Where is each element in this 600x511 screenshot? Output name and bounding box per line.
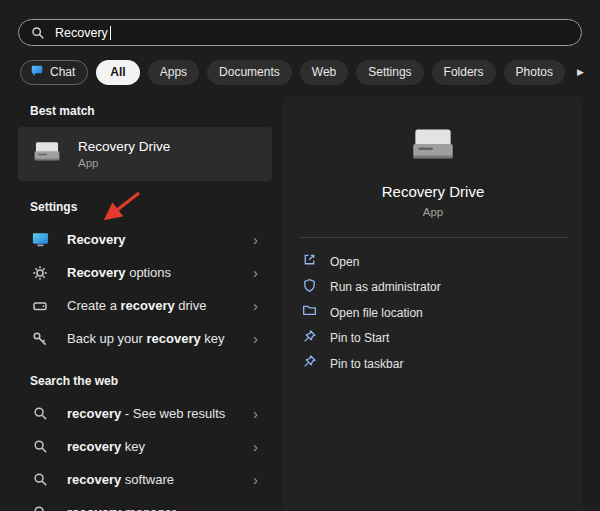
action-run-as-administrator[interactable]: Run as administrator: [283, 275, 583, 301]
settings-item-create-recovery-drive[interactable]: Create a recovery drive ›: [18, 289, 272, 322]
preview-pane: Recovery Drive App Open Run as administr…: [283, 96, 583, 511]
search-icon: [30, 505, 50, 511]
tab-folders[interactable]: Folders: [432, 60, 496, 85]
search-web-heading: Search the web: [30, 374, 272, 388]
folder-icon: [302, 303, 317, 322]
chevron-right-icon: ›: [253, 406, 266, 421]
search-icon: [31, 26, 45, 40]
windows-search-panel: Recovery Chat All Apps Documents Web Set…: [0, 0, 600, 511]
settings-heading: Settings: [30, 200, 272, 214]
pin-icon: [302, 329, 317, 348]
chevron-right-icon: ›: [253, 331, 266, 346]
tab-settings[interactable]: Settings: [356, 60, 423, 85]
chevron-right-icon: ›: [253, 439, 266, 454]
best-match-item[interactable]: Recovery Drive App: [18, 127, 272, 181]
best-match-subtitle: App: [78, 157, 170, 169]
action-pin-to-start[interactable]: Pin to Start: [283, 326, 583, 352]
pin-icon: [302, 354, 317, 373]
web-suggestion-recovery-key[interactable]: recovery key ›: [18, 430, 272, 463]
web-suggestion-recovery-manager[interactable]: recovery manager ›: [18, 496, 272, 511]
search-icon: [30, 439, 50, 454]
key-icon: [30, 331, 50, 347]
chevron-right-icon: ›: [253, 232, 266, 247]
tab-photos[interactable]: Photos: [504, 60, 565, 85]
filter-tabs: Chat All Apps Documents Web Settings Fol…: [20, 59, 588, 85]
tab-documents[interactable]: Documents: [207, 60, 292, 85]
settings-item-backup-recovery-key[interactable]: Back up your recovery key ›: [18, 322, 272, 355]
action-open-file-location[interactable]: Open file location: [283, 300, 583, 326]
text-caret: [110, 26, 111, 40]
settings-item-recovery-options[interactable]: Recovery options ›: [18, 256, 272, 289]
chevron-right-icon: ›: [253, 472, 266, 487]
more-options-button[interactable]: •••: [596, 64, 600, 80]
best-match-heading: Best match: [30, 104, 272, 118]
preview-title: Recovery Drive: [283, 183, 583, 200]
tab-all[interactable]: All: [96, 60, 139, 85]
chevron-right-icon: ›: [253, 505, 266, 511]
chevron-right-icon: ›: [253, 298, 266, 313]
preview-subtitle: App: [283, 206, 583, 218]
drive-icon-large: [283, 96, 583, 166]
open-icon: [302, 252, 317, 271]
action-open[interactable]: Open: [283, 249, 583, 275]
search-icon: [30, 406, 50, 421]
web-suggestion-recovery-software[interactable]: recovery software ›: [18, 463, 272, 496]
search-text: Recovery: [55, 26, 108, 40]
tab-web[interactable]: Web: [300, 60, 348, 85]
search-input[interactable]: Recovery: [18, 19, 582, 46]
results-list: Best match Recovery Drive App Settings R…: [18, 96, 272, 511]
best-match-title: Recovery Drive: [78, 139, 170, 154]
scroll-tabs-button[interactable]: ▶: [573, 65, 588, 79]
drive-small-icon: [30, 298, 50, 314]
settings-item-recovery[interactable]: Recovery ›: [18, 223, 272, 256]
tab-chat-label: Chat: [50, 65, 75, 79]
drive-icon: [30, 139, 64, 169]
divider: [299, 237, 567, 238]
action-pin-to-taskbar[interactable]: Pin to taskbar: [283, 351, 583, 377]
shield-icon: [302, 278, 317, 297]
tab-apps[interactable]: Apps: [148, 60, 199, 85]
chat-icon: [30, 64, 44, 81]
recovery-settings-icon: [30, 231, 50, 248]
search-icon: [30, 472, 50, 487]
chevron-right-icon: ›: [253, 265, 266, 280]
web-suggestion-see-results[interactable]: recovery - See web results ›: [18, 397, 272, 430]
play-icon: ▶: [577, 67, 584, 77]
tab-chat[interactable]: Chat: [20, 60, 88, 85]
gear-icon: [30, 265, 50, 281]
